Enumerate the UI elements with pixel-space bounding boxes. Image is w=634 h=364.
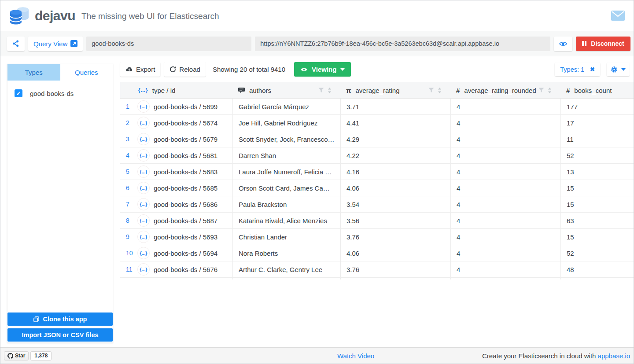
close-icon[interactable]: ✖	[590, 66, 595, 73]
books-count-cell[interactable]: 48	[560, 261, 634, 277]
authors-cell[interactable]: Joe Hill, Gabriel Rodríguez	[232, 115, 340, 131]
books-count-cell[interactable]: 15	[560, 196, 634, 212]
sort-icon[interactable]	[548, 88, 552, 93]
expand-document-icon[interactable]: {...}	[137, 263, 150, 276]
authors-cell[interactable]: Orson Scott Card, James Cameron	[232, 180, 340, 196]
average-rating-cell[interactable]: 3.71	[340, 99, 450, 114]
expand-document-icon[interactable]: {...}	[137, 214, 150, 227]
type-id-value[interactable]: good-books-ds / 5674	[154, 119, 217, 127]
expand-document-icon[interactable]: {...}	[137, 247, 150, 259]
average-rating-rounded-cell[interactable]: 4	[450, 164, 560, 180]
average-rating-rounded-cell[interactable]: 4	[450, 229, 560, 245]
average-rating-rounded-cell[interactable]: 4	[450, 261, 560, 277]
books-count-cell[interactable]: 15	[560, 180, 634, 196]
github-star-button[interactable]: Star	[4, 351, 29, 360]
authors-cell[interactable]: Paula Brackston	[232, 196, 340, 212]
books-count-cell[interactable]: 13	[560, 164, 634, 180]
authors-cell[interactable]: Katarina Bivald, Alice Menzies	[232, 213, 340, 228]
share-button[interactable]	[7, 37, 25, 51]
average-rating-cell[interactable]: 4.16	[340, 164, 450, 180]
average-rating-rounded-cell[interactable]: 4	[450, 180, 560, 196]
tab-queries[interactable]: Queries	[60, 64, 113, 81]
average-rating-cell[interactable]: 4.06	[340, 180, 450, 196]
average-rating-cell[interactable]: 4.41	[340, 115, 450, 131]
settings-dropdown-button[interactable]	[607, 63, 630, 76]
average-rating-cell[interactable]: 3.54	[340, 196, 450, 212]
books-count-cell[interactable]: 11	[560, 131, 634, 147]
authors-cell[interactable]: Laura Joffe Numeroff, Felicia Bond	[232, 164, 340, 180]
average-rating-cell[interactable]: 4.22	[340, 147, 450, 163]
average-rating-rounded-cell[interactable]: 4	[450, 245, 560, 261]
appbase-link[interactable]: appbase.io	[598, 352, 630, 360]
average-rating-cell[interactable]: 3.76	[340, 229, 450, 245]
sort-icon[interactable]	[328, 88, 332, 93]
expand-document-icon[interactable]: {...}	[137, 165, 150, 178]
disconnect-button[interactable]: Disconnect	[576, 37, 630, 51]
expand-document-icon[interactable]: {...}	[137, 117, 150, 129]
viewing-dropdown-button[interactable]: Viewing	[294, 62, 351, 77]
authors-cell[interactable]: Nora Roberts	[232, 245, 340, 261]
type-checkbox[interactable]: ✓	[15, 89, 22, 97]
type-id-value[interactable]: good-books-ds / 5683	[154, 168, 217, 176]
type-id-value[interactable]: good-books-ds / 5679	[154, 136, 217, 143]
github-star-count[interactable]: 1,378	[30, 351, 52, 360]
mail-icon[interactable]	[611, 11, 625, 21]
toggle-url-visibility-button[interactable]	[554, 37, 572, 51]
table-row: 2 {...} good-books-ds / 5674 Joe Hill, G…	[120, 115, 634, 131]
authors-value: Laura Joffe Numeroff, Felicia Bond	[239, 168, 335, 176]
authors-cell[interactable]: Scott Snyder, Jock, Francesco Francav…	[232, 131, 340, 147]
books-count-cell[interactable]: 177	[560, 99, 634, 114]
books-count-cell[interactable]: 52	[560, 147, 634, 163]
expand-document-icon[interactable]: {...}	[137, 182, 150, 194]
tab-types[interactable]: Types	[7, 64, 60, 81]
filter-icon[interactable]	[318, 88, 324, 93]
expand-document-icon[interactable]: {...}	[137, 198, 150, 210]
expand-document-icon[interactable]: {...}	[137, 100, 150, 113]
authors-cell[interactable]: Arthur C. Clarke, Gentry Lee	[232, 261, 340, 277]
authors-cell[interactable]: Gabriel García Márquez	[232, 99, 340, 114]
average-rating-rounded-cell[interactable]: 4	[450, 213, 560, 228]
watch-video-link[interactable]: Watch Video	[337, 352, 374, 360]
average-rating-cell[interactable]: 4.29	[340, 131, 450, 147]
index-name-input[interactable]	[86, 37, 251, 51]
books-count-cell[interactable]: 17	[560, 115, 634, 131]
type-id-value[interactable]: good-books-ds / 5685	[154, 184, 217, 192]
types-filter-chip[interactable]: Types: 1 ✖	[555, 63, 600, 76]
table-row: 9 {...} good-books-ds / 5693 Christian L…	[120, 229, 634, 245]
average-rating-rounded-cell[interactable]: 4	[450, 196, 560, 212]
average-rating-cell[interactable]: 3.56	[340, 213, 450, 228]
type-id-value[interactable]: good-books-ds / 5687	[154, 217, 217, 224]
type-id-value[interactable]: good-books-ds / 5681	[154, 152, 217, 159]
clone-app-button[interactable]: Clone this app	[7, 313, 113, 326]
types-filter-label: Types: 1	[560, 66, 584, 73]
average-rating-rounded-cell[interactable]: 4	[450, 99, 560, 114]
type-id-value[interactable]: good-books-ds / 5676	[154, 266, 217, 273]
import-files-button[interactable]: Import JSON or CSV files	[7, 328, 113, 342]
type-id-value[interactable]: good-books-ds / 5699	[154, 103, 217, 110]
query-view-button[interactable]: Query View	[28, 37, 83, 51]
authors-cell[interactable]: Christian Lander	[232, 229, 340, 245]
export-button[interactable]: Export	[120, 62, 160, 77]
sort-icon[interactable]	[438, 88, 442, 93]
type-id-value[interactable]: good-books-ds / 5694	[154, 250, 217, 257]
reload-button[interactable]: Reload	[164, 62, 206, 77]
type-id-value[interactable]: good-books-ds / 5693	[154, 233, 217, 241]
average-rating-rounded-cell[interactable]: 4	[450, 147, 560, 163]
average-rating-cell[interactable]: 4.06	[340, 245, 450, 261]
average-rating-rounded-cell[interactable]: 4	[450, 131, 560, 147]
expand-document-icon[interactable]: {...}	[137, 133, 150, 145]
authors-cell[interactable]: Darren Shan	[232, 147, 340, 163]
books-count-cell[interactable]: 52	[560, 245, 634, 261]
filter-icon[interactable]	[538, 88, 544, 93]
elasticsearch-url-input[interactable]	[255, 37, 550, 51]
books-count-cell[interactable]: 15	[560, 229, 634, 245]
expand-document-icon[interactable]: {...}	[137, 231, 150, 243]
expand-document-icon[interactable]: {...}	[137, 149, 150, 162]
brand-name: dejavu	[35, 8, 75, 23]
authors-value: Paula Brackston	[239, 201, 287, 208]
type-id-value[interactable]: good-books-ds / 5686	[154, 201, 217, 208]
filter-icon[interactable]	[428, 88, 434, 93]
books-count-cell[interactable]: 63	[560, 213, 634, 228]
average-rating-cell[interactable]: 3.76	[340, 261, 450, 277]
average-rating-rounded-cell[interactable]: 4	[450, 115, 560, 131]
